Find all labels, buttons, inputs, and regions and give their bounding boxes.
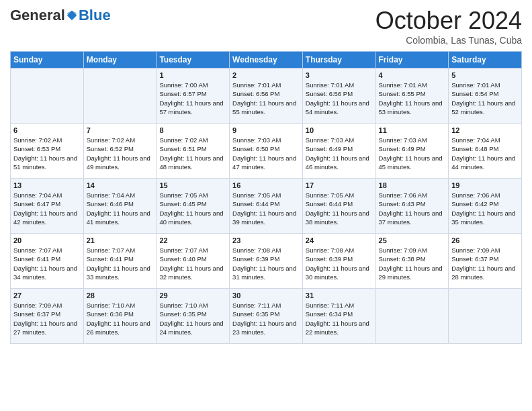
day-number: 20 <box>13 236 81 244</box>
cell-content: Sunrise: 7:08 AMSunset: 6:39 PMDaylight:… <box>306 246 369 281</box>
cell-content: Sunrise: 7:03 AMSunset: 6:50 PMDaylight:… <box>232 136 296 171</box>
col-wednesday: Wednesday <box>230 52 303 68</box>
calendar-cell: 17Sunrise: 7:05 AMSunset: 6:44 PMDayligh… <box>302 179 375 234</box>
cell-content: Sunrise: 7:11 AMSunset: 6:35 PMDaylight:… <box>232 302 296 336</box>
calendar-cell: 9Sunrise: 7:03 AMSunset: 6:50 PMDaylight… <box>230 124 303 179</box>
cell-content: Sunrise: 7:03 AMSunset: 6:49 PMDaylight:… <box>306 136 369 171</box>
cell-content: Sunrise: 7:01 AMSunset: 6:56 PMDaylight:… <box>306 81 369 116</box>
day-number: 9 <box>232 126 300 134</box>
calendar-cell: 16Sunrise: 7:05 AMSunset: 6:44 PMDayligh… <box>230 179 303 234</box>
calendar-cell: 5Sunrise: 7:01 AMSunset: 6:54 PMDaylight… <box>449 68 522 124</box>
calendar-cell: 23Sunrise: 7:08 AMSunset: 6:39 PMDayligh… <box>230 234 303 289</box>
day-number: 11 <box>379 126 446 134</box>
calendar-week-row: 6Sunrise: 7:02 AMSunset: 6:53 PMDaylight… <box>11 124 522 179</box>
day-number: 26 <box>451 236 519 244</box>
calendar-cell: 30Sunrise: 7:11 AMSunset: 6:35 PMDayligh… <box>230 289 303 344</box>
day-number: 16 <box>232 181 300 189</box>
calendar-cell <box>449 289 522 344</box>
cell-content: Sunrise: 7:10 AMSunset: 6:36 PMDaylight:… <box>87 302 150 336</box>
calendar-cell: 3Sunrise: 7:01 AMSunset: 6:56 PMDaylight… <box>302 68 375 124</box>
logo-icon <box>66 9 78 21</box>
day-number: 4 <box>379 71 446 79</box>
calendar-week-row: 20Sunrise: 7:07 AMSunset: 6:41 PMDayligh… <box>11 234 522 289</box>
cell-content: Sunrise: 7:01 AMSunset: 6:54 PMDaylight:… <box>451 81 515 116</box>
cell-content: Sunrise: 7:03 AMSunset: 6:49 PMDaylight:… <box>379 136 443 171</box>
cell-content: Sunrise: 7:05 AMSunset: 6:44 PMDaylight:… <box>306 191 369 226</box>
day-number: 17 <box>306 181 373 189</box>
cell-content: Sunrise: 7:01 AMSunset: 6:55 PMDaylight:… <box>379 81 443 116</box>
day-number: 2 <box>232 71 300 79</box>
calendar-cell: 7Sunrise: 7:02 AMSunset: 6:52 PMDaylight… <box>83 124 157 179</box>
calendar-cell: 22Sunrise: 7:07 AMSunset: 6:40 PMDayligh… <box>157 234 230 289</box>
cell-content: Sunrise: 7:04 AMSunset: 6:48 PMDaylight:… <box>451 136 515 171</box>
col-friday: Friday <box>375 52 449 68</box>
col-monday: Monday <box>83 52 157 68</box>
day-number: 8 <box>159 126 226 134</box>
calendar-cell: 18Sunrise: 7:06 AMSunset: 6:43 PMDayligh… <box>375 179 449 234</box>
calendar-cell: 13Sunrise: 7:04 AMSunset: 6:47 PMDayligh… <box>11 179 84 234</box>
calendar-table: Sunday Monday Tuesday Wednesday Thursday… <box>10 51 522 344</box>
day-number: 6 <box>13 126 81 134</box>
calendar-cell <box>11 68 84 124</box>
calendar-cell: 12Sunrise: 7:04 AMSunset: 6:48 PMDayligh… <box>449 124 522 179</box>
cell-content: Sunrise: 7:04 AMSunset: 6:46 PMDaylight:… <box>87 191 150 226</box>
cell-content: Sunrise: 7:07 AMSunset: 6:41 PMDaylight:… <box>87 246 150 281</box>
cell-content: Sunrise: 7:02 AMSunset: 6:53 PMDaylight:… <box>13 136 77 171</box>
calendar-cell: 29Sunrise: 7:10 AMSunset: 6:35 PMDayligh… <box>157 289 230 344</box>
day-number: 10 <box>306 126 373 134</box>
col-tuesday: Tuesday <box>157 52 230 68</box>
day-number: 19 <box>451 181 519 189</box>
calendar-cell: 8Sunrise: 7:02 AMSunset: 6:51 PMDaylight… <box>157 124 230 179</box>
calendar-week-row: 27Sunrise: 7:09 AMSunset: 6:37 PMDayligh… <box>11 289 522 344</box>
logo-general: General <box>10 7 65 24</box>
calendar-cell: 26Sunrise: 7:09 AMSunset: 6:37 PMDayligh… <box>449 234 522 289</box>
cell-content: Sunrise: 7:02 AMSunset: 6:51 PMDaylight:… <box>159 136 223 171</box>
month-title: October 2024 <box>375 7 522 35</box>
cell-content: Sunrise: 7:11 AMSunset: 6:34 PMDaylight:… <box>306 302 369 336</box>
logo-text: General Blue <box>10 7 111 24</box>
calendar-body: 1Sunrise: 7:00 AMSunset: 6:57 PMDaylight… <box>11 68 522 344</box>
cell-content: Sunrise: 7:09 AMSunset: 6:38 PMDaylight:… <box>379 246 443 281</box>
day-number: 31 <box>306 291 373 300</box>
day-number: 28 <box>87 291 154 300</box>
day-number: 5 <box>451 71 519 79</box>
calendar-cell: 11Sunrise: 7:03 AMSunset: 6:49 PMDayligh… <box>375 124 449 179</box>
col-sunday: Sunday <box>11 52 84 68</box>
logo-blue: Blue <box>79 7 111 24</box>
header: General Blue October 2024 Colombia, Las … <box>10 7 522 46</box>
calendar-cell: 21Sunrise: 7:07 AMSunset: 6:41 PMDayligh… <box>83 234 157 289</box>
calendar-cell: 27Sunrise: 7:09 AMSunset: 6:37 PMDayligh… <box>11 289 84 344</box>
cell-content: Sunrise: 7:05 AMSunset: 6:44 PMDaylight:… <box>232 191 296 226</box>
day-number: 12 <box>451 126 519 134</box>
cell-content: Sunrise: 7:02 AMSunset: 6:52 PMDaylight:… <box>87 136 150 171</box>
day-number: 3 <box>306 71 373 79</box>
title-block: October 2024 Colombia, Las Tunas, Cuba <box>375 7 522 46</box>
calendar-container: General Blue October 2024 Colombia, Las … <box>0 0 532 354</box>
day-number: 13 <box>13 181 81 189</box>
calendar-cell: 25Sunrise: 7:09 AMSunset: 6:38 PMDayligh… <box>375 234 449 289</box>
day-number: 29 <box>159 291 226 300</box>
calendar-cell: 20Sunrise: 7:07 AMSunset: 6:41 PMDayligh… <box>11 234 84 289</box>
day-number: 23 <box>232 236 300 244</box>
day-number: 22 <box>159 236 226 244</box>
calendar-cell: 28Sunrise: 7:10 AMSunset: 6:36 PMDayligh… <box>83 289 157 344</box>
cell-content: Sunrise: 7:06 AMSunset: 6:42 PMDaylight:… <box>451 191 515 226</box>
day-number: 27 <box>13 291 81 300</box>
calendar-cell <box>375 289 449 344</box>
calendar-cell: 2Sunrise: 7:01 AMSunset: 6:56 PMDaylight… <box>230 68 303 124</box>
cell-content: Sunrise: 7:00 AMSunset: 6:57 PMDaylight:… <box>159 81 223 116</box>
calendar-cell: 31Sunrise: 7:11 AMSunset: 6:34 PMDayligh… <box>302 289 375 344</box>
calendar-cell: 10Sunrise: 7:03 AMSunset: 6:49 PMDayligh… <box>302 124 375 179</box>
day-number: 15 <box>159 181 226 189</box>
cell-content: Sunrise: 7:07 AMSunset: 6:41 PMDaylight:… <box>13 246 77 281</box>
calendar-cell: 19Sunrise: 7:06 AMSunset: 6:42 PMDayligh… <box>449 179 522 234</box>
calendar-cell <box>83 68 157 124</box>
col-thursday: Thursday <box>302 52 375 68</box>
cell-content: Sunrise: 7:08 AMSunset: 6:39 PMDaylight:… <box>232 246 296 281</box>
calendar-cell: 1Sunrise: 7:00 AMSunset: 6:57 PMDaylight… <box>157 68 230 124</box>
cell-content: Sunrise: 7:10 AMSunset: 6:35 PMDaylight:… <box>159 302 223 336</box>
logo: General Blue <box>10 7 111 24</box>
day-number: 21 <box>87 236 154 244</box>
calendar-cell: 14Sunrise: 7:04 AMSunset: 6:46 PMDayligh… <box>83 179 157 234</box>
day-number: 1 <box>159 71 226 79</box>
